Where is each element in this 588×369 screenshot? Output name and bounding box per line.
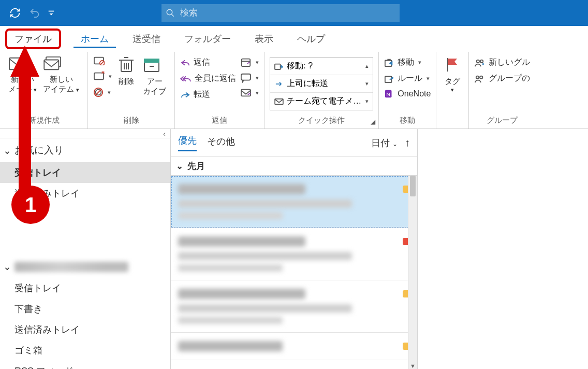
group-respond: 返信 全員に返信 転送 ▾ ▾ ▾ 返信 bbox=[175, 52, 264, 129]
ignore-icon[interactable] bbox=[93, 56, 112, 65]
im-button[interactable]: ▾ bbox=[240, 73, 259, 83]
svg-point-40 bbox=[480, 76, 482, 78]
reading-pane bbox=[417, 129, 588, 369]
quick-move[interactable]: 移動: ? ▴ bbox=[270, 58, 373, 75]
new-mail-button[interactable]: 新しい メール ▾ bbox=[5, 54, 40, 96]
ribbon: 新しい メール ▾ 新しい アイテム ▾ 新規作成 ▾ ▾ bbox=[0, 52, 588, 129]
scroll-down-icon[interactable]: ▼ bbox=[408, 363, 417, 369]
meeting-button[interactable]: ▾ bbox=[240, 57, 259, 67]
tab-view[interactable]: 表示 bbox=[247, 30, 281, 48]
nav-favorites-sent[interactable]: 送信済みトレイ bbox=[0, 183, 170, 204]
message-item[interactable] bbox=[171, 228, 417, 280]
filter-other[interactable]: その他 bbox=[207, 135, 235, 151]
delete-button[interactable]: 削除 bbox=[115, 54, 138, 89]
search-input[interactable] bbox=[180, 8, 395, 18]
tab-send-receive[interactable]: 送受信 bbox=[125, 30, 168, 48]
group-move: 移動▾ ルール▾ N OneNote 移動 bbox=[379, 52, 436, 129]
filter-focused[interactable]: 優先 bbox=[178, 134, 197, 151]
svg-point-39 bbox=[476, 76, 479, 78]
group-label-tags bbox=[442, 115, 463, 129]
message-item[interactable] bbox=[171, 176, 417, 228]
chevron-up-icon[interactable]: ▴ bbox=[365, 63, 369, 69]
reply-button[interactable]: 返信 bbox=[180, 57, 236, 68]
message-list: ▲ ▼ bbox=[171, 176, 417, 369]
svg-point-33 bbox=[392, 77, 394, 79]
sync-icon[interactable] bbox=[5, 3, 25, 23]
svg-point-38 bbox=[480, 60, 483, 62]
tags-label: タグ bbox=[445, 77, 460, 86]
group-label-groups: グループ bbox=[474, 113, 530, 129]
overflow-icon[interactable]: ▾ bbox=[365, 98, 369, 105]
onenote-button[interactable]: N OneNote bbox=[384, 89, 431, 98]
junk-icon[interactable]: ▾ bbox=[93, 87, 112, 97]
rules-button[interactable]: ルール▾ bbox=[384, 73, 431, 84]
clean-up-icon[interactable]: ▾ bbox=[93, 72, 112, 81]
archive-label: アー カイブ bbox=[143, 77, 166, 95]
svg-rect-29 bbox=[275, 64, 281, 69]
chevron-down-icon: ▾ bbox=[76, 87, 79, 93]
nav-drafts[interactable]: 下書き bbox=[0, 299, 170, 319]
group-groups: 新しいグル グループの グループ bbox=[469, 52, 535, 129]
group-delete: ▾ ▾ 削除 アー カイブ 削除 bbox=[88, 52, 175, 129]
scrollbar[interactable]: ▲ ▼ bbox=[408, 176, 417, 369]
new-items-button[interactable]: 新しい アイテム ▾ bbox=[40, 54, 82, 96]
svg-rect-10 bbox=[94, 73, 104, 80]
sort-by-button[interactable]: 日付 ⌄ bbox=[371, 137, 398, 149]
scroll-thumb[interactable] bbox=[410, 176, 416, 196]
chevron-down-icon[interactable]: ▾ bbox=[365, 80, 369, 87]
search-box[interactable] bbox=[161, 4, 400, 22]
tab-home[interactable]: ホーム bbox=[74, 30, 116, 48]
flag-icon bbox=[445, 56, 460, 74]
svg-rect-6 bbox=[44, 60, 58, 70]
tags-button[interactable]: タグ ▾ bbox=[442, 54, 463, 96]
svg-rect-0 bbox=[49, 11, 54, 12]
group-new: 新しい メール ▾ 新しい アイテム ▾ 新規作成 bbox=[0, 52, 88, 129]
message-item[interactable] bbox=[171, 280, 417, 333]
titlebar bbox=[0, 0, 588, 26]
nav-rss[interactable]: RSS フィード bbox=[0, 361, 170, 369]
nav-trash[interactable]: ゴミ箱 bbox=[0, 340, 170, 361]
new-items-label: 新しい アイテム bbox=[43, 75, 74, 93]
group-label-respond: 返信 bbox=[180, 113, 259, 129]
search-icon bbox=[166, 8, 175, 18]
svg-rect-30 bbox=[275, 98, 283, 104]
quick-team-email[interactable]: チーム宛て電子メ… ▾ bbox=[270, 93, 373, 110]
message-item[interactable] bbox=[171, 333, 417, 360]
svg-rect-28 bbox=[241, 90, 251, 96]
browse-groups-button[interactable]: グループの bbox=[474, 73, 530, 84]
nav-inbox[interactable]: 受信トレイ bbox=[0, 278, 170, 299]
items-icon bbox=[43, 56, 79, 72]
tab-folder[interactable]: フォルダー bbox=[177, 30, 238, 48]
forward-button[interactable]: 転送 bbox=[180, 89, 236, 100]
reply-all-button[interactable]: 全員に返信 bbox=[180, 73, 236, 84]
tab-file[interactable]: ファイル bbox=[5, 29, 61, 49]
new-group-button[interactable]: 新しいグル bbox=[474, 57, 530, 68]
archive-button[interactable]: アー カイブ bbox=[140, 54, 169, 98]
mail-icon bbox=[8, 56, 37, 72]
ribbon-tabs: ファイル ホーム 送受信 フォルダー 表示 ヘルプ bbox=[0, 26, 588, 52]
nav-favorites-trash[interactable]: ゴミ箱 bbox=[0, 204, 170, 241]
svg-rect-23 bbox=[144, 59, 159, 62]
undo-icon bbox=[25, 3, 45, 23]
qat-customize-icon[interactable] bbox=[45, 3, 58, 23]
move-button[interactable]: 移動▾ bbox=[384, 57, 431, 68]
chevron-down-icon: ⌄ bbox=[176, 161, 183, 172]
more-respond-button[interactable]: ▾ bbox=[240, 88, 259, 97]
trash-icon bbox=[118, 56, 135, 74]
nav-sent[interactable]: 送信済みトレイ bbox=[0, 319, 170, 340]
account-header[interactable]: ⌄ bbox=[0, 256, 170, 278]
delete-label: 削除 bbox=[119, 77, 134, 86]
nav-favorites-inbox[interactable]: 受信トレイ bbox=[0, 162, 170, 183]
group-label-quick: クイック操作 bbox=[270, 113, 373, 129]
chevron-down-icon: ▾ bbox=[34, 87, 37, 93]
collapse-handle[interactable]: ‹ bbox=[0, 129, 171, 138]
sort-direction-button[interactable]: ↑ bbox=[405, 137, 410, 149]
group-tags: タグ ▾ bbox=[436, 52, 469, 129]
svg-text:N: N bbox=[387, 91, 390, 97]
quick-to-manager[interactable]: 上司に転送 ▾ bbox=[270, 75, 373, 93]
favorites-header[interactable]: ⌄ お気に入り bbox=[0, 138, 170, 162]
group-header-last-month[interactable]: ⌄ 先月 bbox=[171, 157, 417, 176]
dialog-launcher-icon[interactable]: ◢ bbox=[371, 118, 375, 125]
tab-help[interactable]: ヘルプ bbox=[290, 30, 332, 48]
quick-steps-gallery[interactable]: 移動: ? ▴ 上司に転送 ▾ チーム宛て電子メ… ▾ bbox=[270, 57, 373, 110]
